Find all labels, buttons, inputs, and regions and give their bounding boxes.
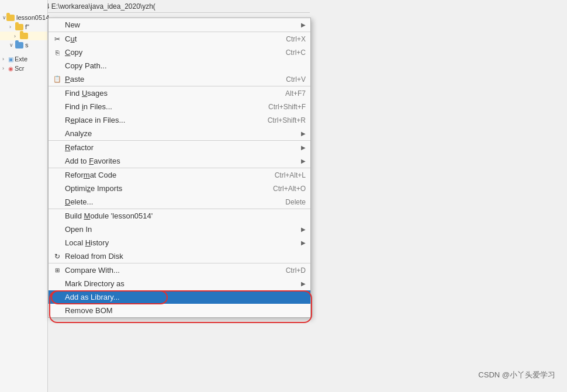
tree-item-sub[interactable]: › — [0, 32, 47, 40]
menu-item-remove-bom[interactable]: Remove BOM — [49, 304, 310, 317]
menu-item-remove-bom-label: Remove BOM — [65, 306, 306, 315]
menu-item-find-in-files[interactable]: Find in Files... Ctrl+Shift+F — [49, 100, 310, 113]
menu-item-mark-directory-label: Mark Directory as — [65, 279, 296, 288]
compare-with-shortcut: Ctrl+D — [286, 266, 306, 275]
submenu-arrow: ▶ — [301, 130, 306, 137]
menu-item-add-as-library[interactable]: Add as Library... — [49, 290, 310, 304]
submenu-arrow: ▶ — [301, 158, 306, 164]
watermark: CSDN @小丫头爱学习 — [478, 370, 555, 380]
menu-item-new[interactable]: New ▶ — [49, 18, 310, 32]
find-in-files-shortcut: Ctrl+Shift+F — [268, 103, 306, 111]
submenu-arrow: ▶ — [301, 226, 306, 233]
menu-item-local-history[interactable]: Local History ▶ — [49, 236, 310, 249]
folder-icon — [6, 15, 15, 21]
menu-item-refactor-label: Refactor — [65, 143, 296, 152]
menu-item-reformat-code-label: Reformat Code — [65, 171, 263, 179]
menu-item-cut[interactable]: ✂ Cut Ctrl+X — [49, 32, 310, 46]
reformat-code-shortcut: Ctrl+Alt+L — [275, 171, 306, 179]
menu-item-copy-label: Copy — [65, 48, 274, 57]
menu-item-cut-label: Cut — [65, 34, 274, 43]
copy-icon: ⎘ — [52, 49, 63, 56]
tree-item-ext[interactable]: › ▣ Exte — [0, 54, 47, 64]
expand-arrow: › — [14, 33, 20, 39]
expand-arrow: › — [2, 56, 8, 62]
menu-item-reload-from-disk-label: Reload from Disk — [65, 252, 306, 261]
menu-item-delete-label: Delete... — [65, 197, 274, 206]
copy-shortcut: Ctrl+C — [286, 48, 306, 57]
reload-icon: ↻ — [52, 252, 63, 261]
menu-item-copy-path[interactable]: Copy Path... — [49, 59, 310, 72]
expand-arrow: ∨ — [2, 15, 6, 20]
tree-item-lesson0514[interactable]: ∨ lesson0514 — [0, 13, 47, 22]
menu-item-optimize-imports-label: Optimize Imports — [65, 184, 261, 193]
submenu-arrow: ▶ — [301, 240, 306, 246]
menu-item-open-in[interactable]: Open In ▶ — [49, 223, 310, 236]
menu-item-replace-in-files-label: Replace in Files... — [65, 116, 256, 124]
menu-item-analyze[interactable]: Analyze ▶ — [49, 127, 310, 140]
context-menu: New ▶ ✂ Cut Ctrl+X ⎘ Copy Ctrl+C Copy Pa… — [48, 18, 311, 318]
menu-item-paste[interactable]: 📋 Paste Ctrl+V — [49, 72, 310, 86]
tree-item-f[interactable]: › f" — [0, 22, 47, 32]
menu-item-add-to-favorites[interactable]: Add to Favorites ▶ — [49, 154, 310, 168]
menu-item-mark-directory[interactable]: Mark Directory as ▶ — [49, 277, 310, 290]
folder-src-icon — [15, 42, 23, 48]
menu-item-build-module-label: Build Module 'lesson0514' — [65, 211, 306, 220]
delete-shortcut: Delete — [285, 198, 306, 206]
menu-item-replace-in-files[interactable]: Replace in Files... Ctrl+Shift+R — [49, 113, 310, 127]
menu-item-compare-with[interactable]: ⊞ Compare With... Ctrl+D — [49, 263, 310, 277]
scr-icon: ◉ — [8, 65, 13, 72]
menu-item-build-module[interactable]: Build Module 'lesson0514' — [49, 209, 310, 223]
menu-item-add-to-favorites-label: Add to Favorites — [65, 157, 296, 165]
menu-item-add-as-library-label: Add as Library... — [65, 293, 306, 301]
find-usages-shortcut: Alt+F7 — [285, 89, 306, 98]
expand-arrow: ∨ — [9, 42, 15, 48]
tree-item-scr[interactable]: › ◉ Scr — [0, 64, 47, 73]
menu-item-paste-label: Paste — [65, 75, 274, 84]
menu-item-find-in-files-label: Find in Files... — [65, 102, 257, 111]
menu-item-analyze-label: Analyze — [65, 129, 296, 138]
folder-icon — [20, 33, 28, 39]
paste-icon: 📋 — [52, 75, 63, 83]
folder-icon — [15, 24, 23, 30]
project-panel: ∨ lesson0514 › f" › ∨ s › — [0, 0, 48, 392]
cut-icon: ✂ — [52, 35, 63, 43]
menu-item-new-label: New — [65, 20, 296, 29]
cut-shortcut: Ctrl+X — [286, 35, 306, 43]
menu-item-find-usages-label: Find Usages — [65, 89, 274, 98]
menu-item-find-usages[interactable]: Find Usages Alt+F7 — [49, 86, 310, 100]
replace-in-files-shortcut: Ctrl+Shift+R — [268, 116, 306, 124]
menu-item-open-in-label: Open In — [65, 225, 296, 234]
menu-item-copy-path-label: Copy Path... — [65, 61, 306, 70]
compare-icon: ⊞ — [52, 267, 63, 273]
menu-item-reformat-code[interactable]: Reformat Code Ctrl+Alt+L — [49, 168, 310, 182]
optimize-imports-shortcut: Ctrl+Alt+O — [273, 185, 306, 193]
expand-arrow: › — [2, 65, 8, 71]
watermark-text: CSDN @小丫头爱学习 — [478, 370, 555, 379]
menu-item-refactor[interactable]: Refactor ▶ — [49, 140, 310, 154]
menu-item-local-history-label: Local History — [65, 238, 296, 247]
menu-item-optimize-imports[interactable]: Optimize Imports Ctrl+Alt+O — [49, 182, 310, 195]
submenu-arrow: ▶ — [301, 144, 306, 151]
menu-item-copy[interactable]: ⎘ Copy Ctrl+C — [49, 46, 310, 59]
ext-icon: ▣ — [8, 56, 13, 63]
tree-item-src-parent[interactable]: ∨ s — [0, 40, 47, 50]
menu-item-reload-from-disk[interactable]: ↻ Reload from Disk — [49, 249, 310, 263]
expand-arrow: › — [9, 24, 15, 30]
submenu-arrow: ▶ — [301, 22, 306, 28]
paste-shortcut: Ctrl+V — [286, 75, 306, 84]
menu-item-delete[interactable]: Delete... Delete — [49, 195, 310, 209]
menu-item-compare-with-label: Compare With... — [65, 266, 274, 275]
submenu-arrow: ▶ — [301, 280, 306, 287]
